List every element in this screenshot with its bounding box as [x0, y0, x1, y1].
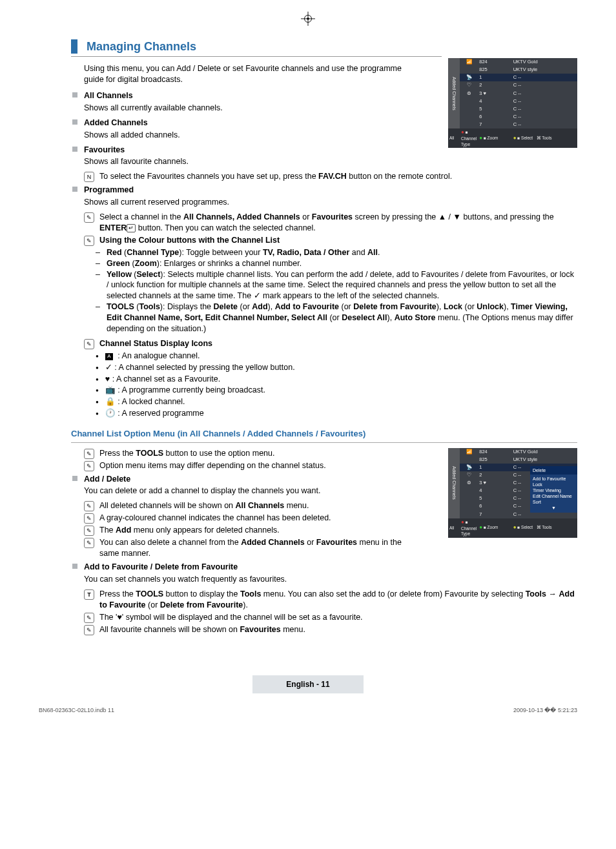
heading-all-channels: All Channels: [84, 90, 442, 101]
print-registration-mark-icon: [301, 12, 315, 26]
programmed-desc: Shows all current reserved programmes.: [84, 197, 577, 208]
heading-added-channels: Added Channels: [84, 118, 442, 128]
status-icons-heading: Channel Status Display Icons: [84, 338, 577, 349]
heading-add-delete: Add / Delete: [84, 474, 442, 485]
analogue-a-icon: A: [105, 353, 113, 360]
af-note-2: All favourite channels will be shown on …: [84, 624, 577, 635]
n-note-icon: [84, 172, 94, 182]
t-note-icon: [84, 589, 94, 600]
title-accent-bar: [71, 39, 77, 54]
intro-text: Using this menu, you can Add / Delete or…: [84, 63, 413, 85]
z-note-icon: [84, 449, 94, 459]
print-footer: BN68-02363C-02L10.indb 11 2009-10-13 �� …: [39, 706, 577, 714]
ad-note-3: The Add menu only appears for deleted ch…: [84, 525, 442, 536]
add-favourite-desc: You can set channels you watch frequentl…: [84, 574, 577, 585]
option-menu-heading: Channel List Option Menu (in All Channel…: [71, 428, 577, 443]
tools-popup-menu: Delete Add to Favourite Lock Timer Viewi…: [530, 466, 577, 513]
af-note-1: The '♥' symbol will be displayed and the…: [84, 612, 577, 623]
heading-add-favourite: Add to Favourite / Delete from Favourite: [84, 562, 577, 573]
heading-programmed: Programmed: [84, 185, 577, 196]
z-note-icon: [84, 339, 94, 349]
page-number-box: English - 11: [252, 675, 364, 693]
programmed-note-1: Select a channel in the All Channels, Ad…: [84, 212, 577, 234]
ad-note-2: A gray-coloured channel indicates the ch…: [84, 513, 442, 524]
footer-timestamp: 2009-10-13 �� 5:21:23: [513, 706, 577, 714]
osd1-side: Added Channels: [448, 58, 460, 128]
ad-note-4: You can also delete a channel from the A…: [84, 537, 407, 559]
osd-figure-2: Added Channels 📶824UKTV Gold 825UKTV sty…: [448, 448, 577, 538]
section-title-row: Managing Channels: [71, 39, 442, 57]
ad-note-1: All deleted channels will be shown on Al…: [84, 500, 442, 511]
af-tools-note: Press the TOOLS button to display the To…: [84, 589, 577, 611]
colour-buttons-list: Red (Channel Type): Toggle between your …: [96, 247, 577, 334]
z-note-icon: [84, 236, 94, 246]
opt-note-2: Option menu items may differ depending o…: [84, 460, 442, 471]
opt-note-1: Press the TOOLS button to use the option…: [84, 448, 442, 459]
favourites-desc: Shows all favourite channels.: [84, 156, 577, 167]
osd-figure-1: Added Channels 📶824UKTV Gold 825UKTV sty…: [448, 58, 577, 148]
page-title: Managing Channels: [87, 39, 196, 54]
enter-icon: [127, 224, 136, 232]
colour-buttons-heading: Using the Colour buttons with the Channe…: [84, 235, 577, 246]
heading-favourites: Favourites: [84, 145, 442, 156]
footer-filename: BN68-02363C-02L10.indb 11: [39, 706, 114, 714]
z-note-icon: [84, 212, 94, 223]
z-note-icon: [84, 461, 94, 471]
status-icons-list: A : An analogue channel. ✓ : A channel s…: [96, 351, 577, 419]
favourites-note: To select the Favourites channels you ha…: [84, 171, 577, 182]
